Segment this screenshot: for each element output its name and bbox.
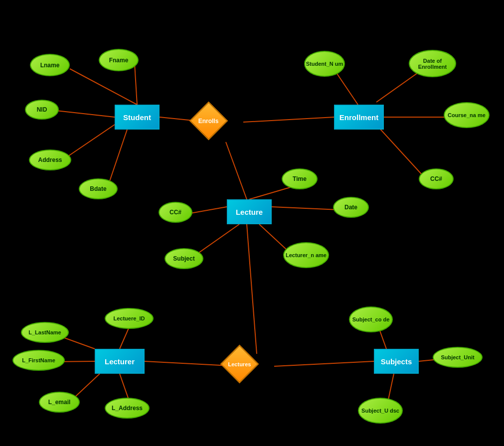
attr-l-email: L_email	[39, 392, 80, 413]
attr-lname: Lname	[30, 54, 70, 76]
entity-enrollment: Enrollment	[334, 105, 384, 130]
svg-line-13	[272, 207, 339, 210]
attr-bdate: Bdate	[79, 178, 118, 199]
attr-lecturer-name: Lecturer_n ame	[283, 242, 329, 268]
svg-line-6	[243, 117, 334, 122]
relationship-enrolls: Enrolls	[191, 103, 226, 138]
er-diagram: Student Enrollment Lecture Lecturer Subj…	[0, 0, 504, 446]
attr-course-name: Course_na me	[444, 102, 490, 128]
svg-line-19	[274, 361, 374, 366]
entity-lecturer: Lecturer	[95, 349, 145, 374]
attr-cc-lecture: CC#	[159, 202, 192, 223]
attr-l-lastname: L_LastName	[21, 322, 69, 343]
svg-line-1	[135, 64, 137, 105]
attr-subject: Subject	[165, 248, 203, 269]
relationship-lectures: Lectures	[222, 346, 257, 381]
attr-time: Time	[282, 168, 318, 189]
entity-student: Student	[115, 105, 160, 130]
attr-subject-unit: Subject_Unit	[433, 347, 483, 368]
svg-line-10	[379, 128, 427, 180]
attr-subject-udsc: Subject_U dsc	[358, 398, 403, 424]
svg-line-17	[247, 224, 257, 354]
attr-address: Address	[29, 149, 71, 170]
attr-date-of-enrollment: Date of Enrollment	[409, 50, 456, 77]
attr-nid: NID	[25, 100, 59, 120]
attr-l-firstname: L_FirstName	[12, 350, 65, 371]
svg-line-11	[226, 142, 247, 199]
svg-line-0	[70, 69, 137, 105]
attr-date: Date	[333, 197, 369, 218]
entity-lecture: Lecture	[227, 199, 272, 224]
attr-cc-enrollment: CC#	[419, 168, 454, 189]
attr-l-address: L_Address	[105, 398, 150, 419]
entity-subjects: Subjects	[374, 349, 419, 374]
attr-subject-code: Subject_co de	[349, 306, 393, 332]
attr-lectuere-id: Lectuere_ID	[105, 308, 154, 329]
attr-fname: Fname	[99, 49, 139, 71]
attr-student-num: Student_N um	[304, 51, 345, 77]
